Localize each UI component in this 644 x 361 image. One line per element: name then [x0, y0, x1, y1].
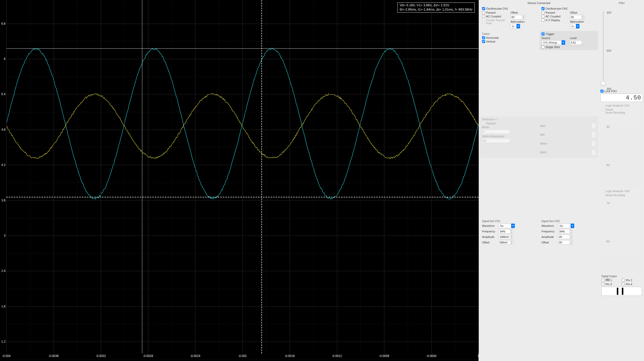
- mm-mean-display: [591, 140, 596, 147]
- cursor-vertical-checkbox[interactable]: Vertical: [482, 40, 536, 43]
- siggen-ch1-panel: Signal Gen CH1 WaveformSin Frequency▲▼ A…: [480, 218, 538, 247]
- mm-series-input: ▲▼: [482, 138, 538, 143]
- mm-rms-display: [591, 149, 596, 155]
- y-axis: 6.665.44.84.23.632.41.81.2: [0, 0, 6, 353]
- readout-line1: V0= 6.18V, V1= 3.66V, ΔV= 2.52V: [400, 3, 472, 8]
- ch1-offset-input[interactable]: ▲▼: [511, 15, 536, 19]
- ch2-attenuation-select[interactable]: 1x: [570, 24, 596, 28]
- readout-line2: t0=-2.85ms, t1=-1.84ms, Δt= 1.01ms, f= 9…: [400, 8, 472, 12]
- psu-slider[interactable]: 12V11V10V9V8V7V6V5V: [602, 6, 641, 89]
- mm-mode-select: ▲▼: [482, 129, 538, 134]
- cursor-line[interactable]: [6, 48, 479, 49]
- digital-output-panel: Digital Output Pin 1 Pin 2 Pin 3 Pin 4: [600, 274, 643, 358]
- oscilloscope-ch1-panel: Oscilloscope CH1 Paused AC Coupled Doubl…: [480, 6, 538, 30]
- mm-max-display: [591, 123, 596, 129]
- device-status: Device Connected: [480, 2, 598, 5]
- digital-output-display: [601, 287, 642, 296]
- ch2-accoupled-checkbox[interactable]: AC Coupled: [541, 15, 567, 18]
- sg2-waveform-select[interactable]: Sin: [558, 224, 574, 228]
- trigger-source-select[interactable]: CH1 (Rising): [541, 40, 567, 45]
- ch1-accoupled-checkbox[interactable]: AC Coupled: [482, 15, 508, 18]
- logic-analyzer-ch2-panel: Logic Analyzer CH2 Serial Decoding: [600, 189, 643, 273]
- cursor-readout: V0= 6.18V, V1= 3.66V, ΔV= 2.52V t0=-2.85…: [397, 3, 475, 13]
- trigger-panel: Trigger Source CH1 (Rising) Single Shot …: [539, 31, 598, 50]
- siggen-ch2-panel: Signal Gen CH2 WaveformSin Frequency▲▼ A…: [539, 218, 598, 247]
- pin4-checkbox[interactable]: Pin 4: [622, 283, 641, 286]
- cursor-horizontal-checkbox[interactable]: Horizontal: [482, 36, 536, 39]
- x-axis: -0.004-0.0036-0.0032-0.0028-0.0024-0.002…: [6, 353, 479, 361]
- sg2-amp-input[interactable]: ▲▼: [558, 235, 573, 239]
- sg2-freq-input[interactable]: ▲▼: [558, 229, 573, 234]
- ch2-offset-input[interactable]: ▲▼: [570, 15, 596, 19]
- ch1-paused-checkbox[interactable]: Paused: [482, 11, 508, 14]
- sg1-amp-input[interactable]: ▲▼: [499, 235, 513, 239]
- sg2-offset-input[interactable]: ▲▼: [558, 240, 573, 245]
- trigger-level-input[interactable]: ▲▼: [570, 40, 596, 45]
- cursor-line[interactable]: [142, 0, 142, 353]
- scope-plot: V0= 6.18V, V1= 3.66V, ΔV= 2.52V t0=-2.85…: [6, 0, 479, 353]
- sg1-freq-input[interactable]: ▲▼: [499, 229, 513, 234]
- pin1-checkbox[interactable]: Pin 1: [601, 279, 621, 282]
- ch2-xy-checkbox[interactable]: X-Y Display: [541, 19, 567, 22]
- control-column: Device Connected Oscilloscope CH1 Paused…: [479, 0, 599, 361]
- ch2-enable-checkbox[interactable]: Oscilloscope CH2: [541, 7, 567, 10]
- psu-voltage-display: 4.50: [600, 94, 643, 102]
- cursor-line[interactable]: [6, 197, 479, 197]
- pin2-checkbox[interactable]: Pin 2: [622, 279, 641, 282]
- mm-paused-checkbox: Paused: [482, 122, 538, 125]
- cursor-line[interactable]: [261, 0, 262, 353]
- ch1-enable-checkbox[interactable]: Oscilloscope CH1: [482, 7, 508, 10]
- oscilloscope-ch2-panel: Oscilloscope CH2 Paused AC Coupled X-Y D…: [539, 6, 598, 30]
- trigger-enable-checkbox[interactable]: Trigger: [541, 32, 554, 35]
- logic-analyzer-ch1-panel: Logic Analyzer CH1 Pause Serial Decoding: [600, 103, 643, 188]
- ch1-double-sample-checkbox: Double Sample Rate: [482, 19, 508, 25]
- trigger-single-checkbox[interactable]: Single Shot: [541, 46, 567, 49]
- ch2-paused-checkbox[interactable]: Paused: [541, 11, 567, 14]
- multimeter-panel: Multimeter++ Paused Mode ▲▼ Series Resis…: [480, 117, 598, 158]
- sg1-waveform-select[interactable]: Sin: [499, 224, 515, 228]
- pin3-checkbox[interactable]: Pin 3: [601, 283, 621, 286]
- psu-column: PSU 12V11V10V9V8V7V6V5V Lock PSU 4.50 Lo…: [599, 0, 644, 361]
- sg1-offset-input[interactable]: ▲▼: [499, 240, 513, 245]
- ch1-attenuation-select[interactable]: 1x: [511, 24, 536, 28]
- mm-min-display: [591, 132, 596, 138]
- cursor-panel: Cursor Horizontal Vertical: [480, 31, 538, 50]
- oscilloscope-display[interactable]: 6.665.44.84.23.632.41.81.2 -0.004-0.0036…: [0, 0, 479, 361]
